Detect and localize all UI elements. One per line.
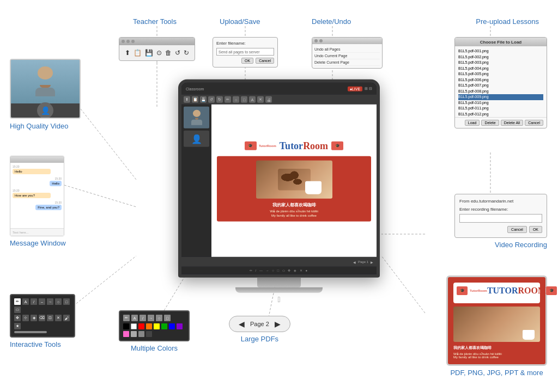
pu-file-9[interactable]: B1L5.pdf-009.png [458,94,543,100]
mc-swatch-black[interactable] [123,323,129,329]
lesson-text-pinyin: Wǒ de jiārén dōu xǐhuān hē kāfēi [270,209,318,212]
mc-swatch-darkgray[interactable] [146,331,152,337]
pu-titlebar: Choose File to Load [455,38,547,46]
hqv-bottom-area: 👤 [11,103,80,118]
mc-arrow-icon[interactable]: → [148,315,154,321]
pu-delete-all-button[interactable]: Delete All [501,120,524,126]
mc-square-icon[interactable]: □ [164,315,171,321]
nav-next-icon[interactable]: ▶ [371,260,373,264]
pu-delete-button[interactable]: Delete [481,120,499,126]
mc-swatch-gray[interactable] [138,331,144,337]
lp-prev-button[interactable]: ◀ [237,320,246,328]
mc-swatch-lightgray[interactable] [131,331,137,337]
it-line-icon[interactable]: / [31,298,37,305]
pu-file-1[interactable]: B1L5.pdf-001.png [458,48,543,54]
lp-next-button[interactable]: ▶ [274,320,282,328]
ub-input[interactable]: Send all pages to server [216,48,274,56]
mc-swatch-white[interactable] [131,323,137,329]
person-mustache [40,85,51,88]
it-select-icon[interactable]: ⊡ [47,315,53,321]
mc-swatch-red[interactable] [138,323,144,329]
pu-file-12[interactable]: B1L5.pdf-012.png [458,112,543,118]
mc-circle-icon[interactable]: ○ [156,315,162,321]
mt-icon-6[interactable]: ✏ [225,96,231,103]
pp-logo-right: 🎓 [546,286,557,295]
monitor-screen: Classroom ●LIVE ⊞ ⊟ ⬆ 📋 💾 ↺ ↻ ✏ ○ □ A ✕ … [181,83,377,274]
pu-file-7[interactable]: B1L5.pdf-007.png [458,83,543,89]
mc-swatch-orange[interactable] [146,323,152,329]
mc-line-icon[interactable]: / [140,315,146,321]
vr-buttons: Cancel OK [459,226,542,233]
monitor-topbar: Classroom ●LIVE ⊞ ⊟ [181,83,377,95]
db-item-2[interactable]: Undo Current Page [314,53,380,59]
tt-icon-redo[interactable]: ↻ [184,49,189,57]
tt-icon-clipboard[interactable]: 📋 [134,49,142,57]
nav-prev-icon[interactable]: ◀ [353,260,356,264]
it-move-icon[interactable]: ✥ [14,315,21,321]
tt-icon-upload[interactable]: ⬆ [125,49,130,57]
mt-icon-4[interactable]: ↺ [208,96,215,103]
it-text-icon[interactable]: A [22,298,29,305]
mt-icon-9[interactable]: A [249,96,256,103]
pu-file-3[interactable]: B1L5.pdf-003.png [458,60,543,66]
mt-icon-10[interactable]: ✕ [257,96,264,103]
mt-icon-8[interactable]: □ [241,96,247,103]
pu-cancel-button[interactable]: Cancel [525,120,543,126]
tt-icon-circle[interactable]: ⊙ [156,49,162,57]
pu-file-5[interactable]: B1L5.pdf-005.png [458,71,543,77]
upload-save-box: Enter filename: Send all pages to server… [213,37,278,68]
vr-cancel-button[interactable]: Cancel [507,226,527,233]
pu-file-10[interactable]: B1L5.pdf-010.png [458,100,543,106]
label-teacher-tools: Teacher Tools [133,17,177,26]
mt-icon-7[interactable]: ○ [233,96,239,103]
mc-swatch-green[interactable] [161,323,167,329]
mc-swatch-pink[interactable] [123,331,129,337]
mc-pencil-icon[interactable]: ✏ [123,315,130,321]
mc-swatch-purple[interactable] [177,323,183,329]
pu-file-8[interactable]: B1L5.pdf-008.png [458,89,543,95]
pu-file-2[interactable]: B1L5.pdf-002.png [458,54,543,60]
vr-ok-button[interactable]: OK [529,226,542,233]
lesson-logo-text: TutorRoom [259,144,276,148]
mt-icon-1[interactable]: ⬆ [184,96,190,103]
svg-line-8 [64,185,136,207]
tt-body: ⬆ 📋 💾 ⊙ 🗑 ↺ ↻ [119,45,195,60]
pu-file-4[interactable]: B1L5.pdf-004.png [458,66,543,72]
it-eraser-icon[interactable]: ⌫ [39,315,45,321]
it-delete-icon[interactable]: ✕ [55,315,62,321]
lesson-logo-left: 🎓 TutorRoom [245,142,276,150]
pu-load-button[interactable]: Load [465,120,480,126]
mw-input[interactable]: Text here... [10,228,64,236]
it-star-icon[interactable]: ★ [14,323,21,329]
mw-msg-3: 15:20 How are you? [13,189,62,199]
tt-dot3 [131,40,135,43]
mc-swatch-blue[interactable] [169,323,175,329]
it-crop-icon[interactable]: ⊹ [22,315,29,321]
mt-icon-3[interactable]: 💾 [200,96,207,103]
it-circle-icon[interactable]: ○ [55,298,62,305]
ub-cancel-button[interactable]: Cancel [256,58,274,64]
db-item-3[interactable]: Delete Current Page [314,59,380,66]
it-size-slider[interactable] [14,331,47,333]
it-pencil-icon[interactable]: ✏ [14,298,21,305]
it-ellipse-icon[interactable]: ⬭ [14,307,21,313]
hqv-thumbnail: 👤 [10,59,81,119]
vr-filename-input[interactable] [459,214,542,223]
pu-file-6[interactable]: B1L5.pdf-006.png [458,77,543,83]
it-fill-icon[interactable]: ◈ [31,315,37,321]
ub-ok-button[interactable]: OK [241,58,253,64]
mt-icon-5[interactable]: ↻ [216,96,223,103]
it-paint-icon[interactable]: 🖌 [63,315,70,321]
tt-icon-save[interactable]: 💾 [145,49,153,57]
db-item-1[interactable]: Undo all Pages [314,46,380,53]
mc-swatch-yellow[interactable] [154,323,160,329]
tt-icon-trash[interactable]: 🗑 [165,49,172,57]
mt-icon-11[interactable]: 🖨 [265,96,272,103]
it-arrow-icon[interactable]: → [47,298,53,305]
it-dash-icon[interactable]: – [39,298,45,305]
mc-text-icon[interactable]: A [131,315,138,321]
pu-file-11[interactable]: B1L5.pdf-011.png [458,106,543,112]
tt-icon-undo[interactable]: ↺ [175,49,180,57]
it-square-icon[interactable]: □ [63,298,70,305]
mt-icon-2[interactable]: 📋 [192,96,198,103]
